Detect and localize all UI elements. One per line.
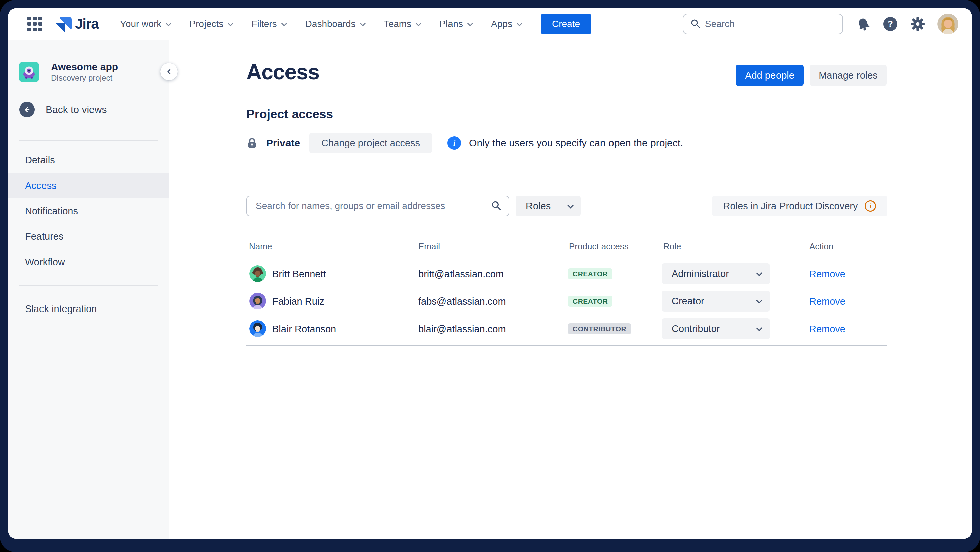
access-settings-main: Access Add people Manage roles Project a… (169, 40, 972, 539)
primary-nav: Your work Projects Filters Dashboards Te… (120, 19, 521, 29)
role-dropdown[interactable]: Contributor (662, 318, 770, 339)
member-email: fabs@atlassian.com (418, 296, 506, 307)
project-header: Awesome app Discovery project (19, 61, 118, 83)
member-email: blair@atlassian.com (418, 324, 506, 335)
search-icon (491, 200, 501, 212)
nav-dashboards[interactable]: Dashboards (305, 19, 364, 29)
column-header-action: Action (809, 241, 834, 252)
add-people-button[interactable]: Add people (736, 65, 803, 86)
arrow-left-icon (19, 102, 35, 117)
chevron-down-icon (756, 270, 762, 276)
sidebar-item-details[interactable]: Details (8, 147, 169, 173)
nav-filters[interactable]: Filters (251, 19, 285, 29)
project-privacy-row: Private Change project access i Only the… (247, 132, 683, 153)
column-header-role: Role (663, 241, 681, 252)
global-search-box[interactable] (683, 14, 843, 35)
column-header-product-access: Product access (569, 241, 628, 252)
user-avatar[interactable] (937, 14, 958, 35)
roles-in-jpd-button[interactable]: Roles in Jira Product Discovery i (712, 196, 887, 216)
table-row: Blair Rotanson blair@atlassian.com CONTR… (169, 315, 972, 342)
member-name: Blair Rotanson (272, 324, 336, 335)
avatar (249, 293, 266, 310)
member-name: Britt Bennett (272, 269, 326, 280)
project-type: Discovery project (51, 73, 118, 83)
back-to-views-link[interactable]: Back to views (19, 102, 107, 117)
sidebar-item-slack-integration[interactable]: Slack integration (8, 296, 169, 322)
table-bottom-rule (247, 345, 887, 346)
sidebar-item-features[interactable]: Features (8, 224, 169, 249)
member-name: Fabian Ruiz (272, 296, 325, 307)
member-filter-row: Roles Roles in Jira Product Discovery i (169, 196, 972, 216)
roles-filter-dropdown[interactable]: Roles (516, 196, 581, 216)
create-button[interactable]: Create (541, 14, 592, 35)
sidebar-divider (19, 140, 158, 141)
page-actions: Add people Manage roles (736, 65, 887, 86)
column-header-email: Email (418, 241, 440, 252)
change-project-access-button[interactable]: Change project access (309, 132, 432, 153)
member-search-box[interactable] (247, 196, 509, 216)
global-search-input[interactable] (705, 19, 836, 29)
nav-apps[interactable]: Apps (491, 19, 521, 29)
remove-link[interactable]: Remove (809, 296, 845, 307)
sidebar-menu: Details Access Notifications Features Wo… (8, 147, 169, 322)
sidebar-item-workflow[interactable]: Workflow (8, 249, 169, 274)
chevron-down-icon (360, 21, 366, 27)
info-icon-orange: i (864, 200, 876, 212)
project-name: Awesome app (51, 61, 118, 73)
manage-roles-button[interactable]: Manage roles (810, 65, 887, 86)
search-icon (690, 18, 700, 30)
chevron-down-icon (467, 21, 473, 27)
product-access-badge: CREATOR (568, 268, 612, 279)
project-avatar-alien-icon (19, 62, 40, 82)
nav-teams[interactable]: Teams (384, 19, 420, 29)
product-access-badge: CREATOR (568, 296, 612, 307)
sidebar-item-notifications[interactable]: Notifications (8, 198, 169, 224)
chevron-down-icon (282, 21, 287, 27)
app-switcher-icon[interactable] (27, 17, 42, 32)
table-row: Britt Bennett britt@atlassian.com CREATO… (169, 260, 972, 287)
role-dropdown[interactable]: Creator (662, 291, 770, 311)
info-icon: i (447, 136, 461, 150)
remove-link[interactable]: Remove (809, 269, 845, 280)
sidebar-collapse-button[interactable] (160, 63, 178, 80)
nav-projects[interactable]: Projects (189, 19, 232, 29)
jira-logo[interactable]: Jira (54, 15, 99, 34)
jira-logo-icon (54, 15, 72, 34)
column-header-name: Name (249, 241, 272, 252)
member-search-input[interactable] (256, 201, 491, 211)
chevron-down-icon (228, 21, 233, 27)
remove-link[interactable]: Remove (809, 324, 845, 335)
help-icon[interactable]: ? (883, 17, 897, 31)
avatar (249, 320, 266, 337)
chevron-down-icon (756, 297, 762, 303)
role-dropdown[interactable]: Administrator (662, 263, 770, 284)
chevron-down-icon (416, 21, 422, 27)
sidebar-item-access[interactable]: Access (8, 173, 169, 198)
chevron-down-icon (567, 202, 573, 208)
screenshot-frame: Jira Your work Projects Filters Dashboar… (0, 0, 980, 552)
chevron-down-icon (756, 325, 762, 331)
chevron-down-icon (517, 21, 522, 27)
project-settings-sidebar: Awesome app Discovery project Back to vi… (8, 40, 169, 539)
notifications-bell-icon[interactable] (856, 17, 870, 32)
settings-gear-icon[interactable] (910, 16, 926, 32)
member-email: britt@atlassian.com (418, 269, 504, 280)
table-row: Fabian Ruiz fabs@atlassian.com CREATOR C… (169, 287, 972, 315)
jira-logo-text: Jira (75, 16, 99, 32)
table-header-rule (247, 257, 887, 257)
page-title: Access (247, 60, 319, 85)
sidebar-divider (19, 285, 158, 286)
app-window: Jira Your work Projects Filters Dashboar… (8, 8, 972, 539)
lock-icon (247, 137, 258, 149)
avatar (249, 265, 266, 282)
product-access-badge: CONTRIBUTOR (568, 323, 631, 334)
nav-plans[interactable]: Plans (439, 19, 472, 29)
top-navigation-bar: Jira Your work Projects Filters Dashboar… (8, 8, 972, 40)
privacy-level-label: Private (266, 137, 300, 149)
nav-your-work[interactable]: Your work (120, 19, 170, 29)
privacy-info-text: Only the users you specify can open the … (469, 137, 683, 149)
chevron-down-icon (165, 21, 171, 27)
section-title: Project access (247, 107, 333, 121)
